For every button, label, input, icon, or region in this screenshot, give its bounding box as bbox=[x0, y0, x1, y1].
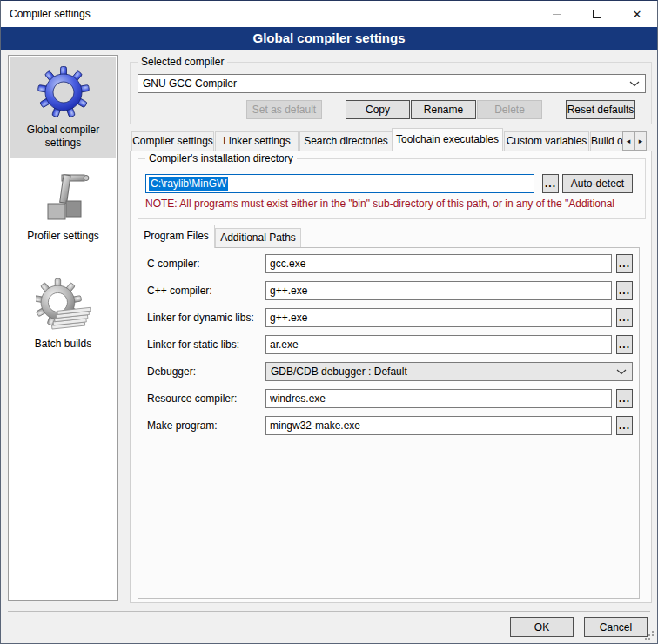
sidebar-item-profiler-settings[interactable]: Profiler settings bbox=[10, 164, 116, 265]
sidebar-item-label: Global compiler settings bbox=[10, 124, 116, 150]
c-compiler-input[interactable] bbox=[265, 254, 612, 273]
tab-search-directories[interactable]: Search directories bbox=[299, 131, 393, 151]
debugger-label: Debugger: bbox=[147, 362, 196, 381]
close-icon: ✕ bbox=[633, 9, 642, 20]
caliper-icon bbox=[36, 171, 91, 228]
tab-compiler-settings[interactable]: Compiler settings bbox=[131, 131, 214, 151]
cpp-compiler-browse-button[interactable]: ... bbox=[616, 281, 633, 300]
maximize-button[interactable] bbox=[577, 1, 617, 27]
maximize-icon bbox=[593, 10, 601, 18]
settings-sidebar: Global compiler settings bbox=[8, 55, 118, 601]
tab-scroll-left-button[interactable]: ◂ bbox=[622, 131, 634, 151]
reset-defaults-button[interactable]: Reset defaults bbox=[566, 100, 635, 119]
group-label: Compiler's installation directory bbox=[145, 152, 297, 164]
make-program-input[interactable] bbox=[265, 416, 612, 435]
linker-static-label: Linker for static libs: bbox=[147, 335, 239, 354]
sidebar-item-label: Profiler settings bbox=[10, 230, 116, 243]
bin-subdirectory-note: NOTE: All programs must exist either in … bbox=[145, 198, 641, 210]
window-title: Compiler settings bbox=[1, 8, 91, 20]
linker-dynamic-browse-button[interactable]: ... bbox=[616, 308, 633, 327]
c-compiler-label: C compiler: bbox=[147, 254, 200, 273]
linker-static-browse-button[interactable]: ... bbox=[616, 335, 633, 354]
compiler-select[interactable]: GNU GCC Compiler bbox=[138, 74, 646, 93]
cpp-compiler-label: C++ compiler: bbox=[147, 281, 212, 300]
tab-custom-variables[interactable]: Custom variables bbox=[504, 131, 589, 151]
debugger-select-value: GDB/CDB debugger : Default bbox=[271, 366, 616, 378]
toolchain-executables-panel: Compiler's installation directory C:\ray… bbox=[130, 151, 652, 603]
tab-toolchain-executables[interactable]: Toolchain executables bbox=[392, 128, 503, 151]
gray-gear-stack-icon bbox=[36, 278, 91, 336]
installation-directory-group: Compiler's installation directory C:\ray… bbox=[138, 158, 646, 219]
chevron-down-icon bbox=[616, 369, 627, 375]
linker-dynamic-label: Linker for dynamic libs: bbox=[147, 308, 254, 327]
selected-compiler-group: Selected compiler GNU GCC Compiler Set a… bbox=[130, 62, 652, 124]
chevron-down-icon bbox=[629, 81, 640, 87]
minimize-icon bbox=[553, 14, 561, 15]
installation-directory-input[interactable]: C:\raylib\MinGW bbox=[145, 174, 534, 193]
cpp-compiler-input[interactable] bbox=[265, 281, 612, 300]
compiler-select-value: GNU GCC Compiler bbox=[143, 77, 629, 90]
sidebar-item-label: Batch builds bbox=[10, 338, 116, 351]
c-compiler-browse-button[interactable]: ... bbox=[616, 254, 633, 273]
sidebar-item-global-compiler-settings[interactable]: Global compiler settings bbox=[10, 57, 116, 158]
tab-linker-settings[interactable]: Linker settings bbox=[215, 131, 299, 151]
tab-program-files[interactable]: Program Files bbox=[138, 225, 215, 248]
tab-build-options[interactable]: Build options bbox=[590, 131, 623, 151]
delete-button[interactable]: Delete bbox=[477, 100, 542, 119]
ok-button[interactable]: OK bbox=[510, 617, 574, 637]
program-files-panel: C compiler: ... C++ compiler: ... Linker… bbox=[138, 247, 640, 599]
compiler-settings-window: Compiler settings ✕ Global compiler sett… bbox=[0, 0, 658, 644]
resource-compiler-browse-button[interactable]: ... bbox=[616, 389, 633, 408]
page-title: Global compiler settings bbox=[1, 27, 657, 50]
cancel-button[interactable]: Cancel bbox=[584, 617, 648, 637]
auto-detect-button[interactable]: Auto-detect bbox=[562, 174, 633, 193]
selected-path-text: C:\raylib\MinGW bbox=[149, 177, 228, 191]
minimize-button[interactable] bbox=[537, 1, 577, 27]
group-label: Selected compiler bbox=[138, 56, 227, 68]
resource-compiler-input[interactable] bbox=[265, 389, 612, 408]
browse-directory-button[interactable]: ... bbox=[542, 174, 559, 193]
resource-compiler-label: Resource compiler: bbox=[147, 389, 237, 408]
sidebar-item-batch-builds[interactable]: Batch builds bbox=[10, 272, 116, 372]
close-button[interactable]: ✕ bbox=[617, 1, 657, 27]
linker-static-input[interactable] bbox=[265, 335, 612, 354]
footer-divider bbox=[8, 611, 650, 612]
titlebar: Compiler settings ✕ bbox=[1, 1, 657, 27]
copy-button[interactable]: Copy bbox=[346, 100, 410, 119]
caption-buttons: ✕ bbox=[537, 1, 657, 27]
debugger-select[interactable]: GDB/CDB debugger : Default bbox=[265, 362, 633, 381]
tab-additional-paths[interactable]: Additional Paths bbox=[215, 228, 301, 248]
dialog-body: Global compiler settings bbox=[1, 50, 657, 643]
resize-grip[interactable] bbox=[652, 638, 654, 640]
tab-scroll-right-button[interactable]: ▸ bbox=[634, 131, 647, 151]
blue-gear-icon bbox=[36, 64, 91, 122]
make-program-label: Make program: bbox=[147, 416, 218, 435]
set-as-default-button[interactable]: Set as default bbox=[246, 100, 322, 119]
rename-button[interactable]: Rename bbox=[411, 100, 476, 119]
linker-dynamic-input[interactable] bbox=[265, 308, 612, 327]
make-program-browse-button[interactable]: ... bbox=[616, 416, 633, 435]
